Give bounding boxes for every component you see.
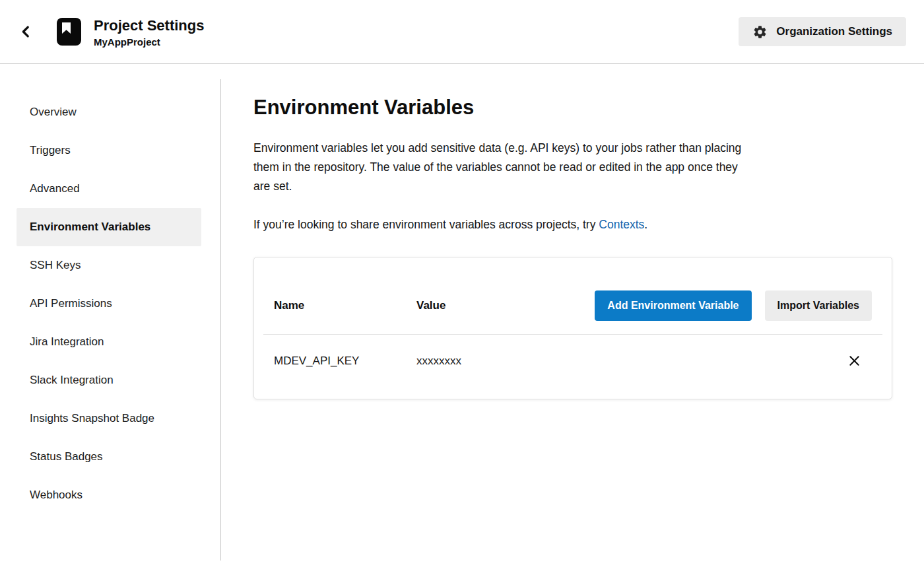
import-variables-button[interactable]: Import Variables: [765, 290, 873, 321]
sidebar-item-overview[interactable]: Overview: [0, 93, 221, 131]
page-header-title: Project Settings: [94, 17, 204, 34]
settings-sidebar: OverviewTriggersAdvancedEnvironment Vari…: [0, 64, 221, 579]
contexts-line-before: If you’re looking to share environment v…: [253, 218, 599, 231]
env-variable-name: MDEV_API_KEY: [274, 355, 416, 368]
chevron-left-icon: [18, 24, 33, 40]
x-close-icon: [849, 355, 860, 366]
env-variable-row: MDEV_API_KEYxxxxxxxx: [254, 335, 892, 399]
header: Project Settings MyAppProject Organizati…: [0, 0, 924, 64]
sidebar-item-webhooks[interactable]: Webhooks: [0, 476, 221, 514]
project-bookmark-icon: [57, 18, 81, 46]
sidebar-item-slack-integration[interactable]: Slack Integration: [0, 361, 221, 399]
delete-variable-button[interactable]: [846, 353, 863, 369]
env-variable-value: xxxxxxxx: [416, 355, 846, 368]
page-title: Environment Variables: [253, 96, 924, 119]
env-table-header: Name Value Add Environment Variable Impo…: [254, 257, 892, 334]
sidebar-item-ssh-keys[interactable]: SSH Keys: [0, 246, 221, 285]
project-name: MyAppProject: [94, 36, 204, 48]
contexts-line: If you’re looking to share environment v…: [253, 215, 924, 234]
back-button[interactable]: [18, 18, 41, 45]
sidebar-item-advanced[interactable]: Advanced: [0, 170, 221, 208]
add-environment-variable-button[interactable]: Add Environment Variable: [595, 290, 751, 321]
column-header-name: Name: [274, 299, 416, 312]
sidebar-item-jira-integration[interactable]: Jira Integration: [0, 323, 221, 361]
sidebar-item-environment-variables[interactable]: Environment Variables: [16, 208, 201, 246]
contexts-link[interactable]: Contexts: [599, 218, 644, 231]
sidebar-item-triggers[interactable]: Triggers: [0, 131, 221, 170]
sidebar-item-status-badges[interactable]: Status Badges: [0, 438, 221, 476]
gear-icon: [752, 24, 768, 40]
sidebar-item-insights-snapshot-badge[interactable]: Insights Snapshot Badge: [0, 399, 221, 438]
sidebar-divider: [220, 79, 221, 561]
environment-variables-card: Name Value Add Environment Variable Impo…: [253, 257, 892, 399]
sidebar-item-api-permissions[interactable]: API Permissions: [0, 285, 221, 323]
main-content: Environment Variables Environment variab…: [221, 64, 924, 579]
column-header-value: Value: [416, 299, 595, 312]
env-rows: MDEV_API_KEYxxxxxxxx: [254, 335, 892, 399]
env-vars-description: Environment variables let you add sensit…: [253, 139, 750, 196]
title-block: Project Settings MyAppProject: [94, 17, 204, 48]
organization-settings-label: Organization Settings: [776, 25, 892, 38]
organization-settings-button[interactable]: Organization Settings: [739, 17, 906, 46]
contexts-line-after: .: [644, 218, 647, 231]
